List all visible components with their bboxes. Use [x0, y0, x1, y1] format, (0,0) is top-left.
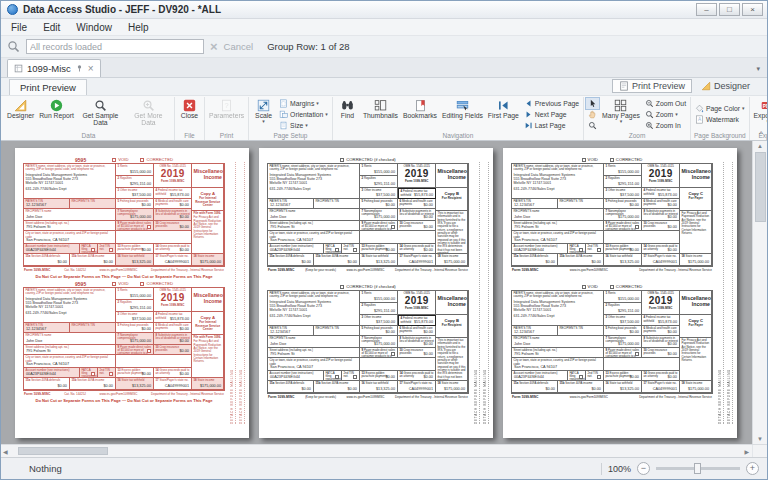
- horizontal-scroll-thumb[interactable]: [18, 447, 108, 455]
- field-value: 00A23P44SEG44: [514, 375, 544, 379]
- scroll-right-icon[interactable]: ▶: [744, 448, 749, 455]
- margins-button[interactable]: Margins▾: [277, 98, 330, 109]
- menu-bar: FileEditWindowHelp: [1, 19, 767, 36]
- horizontal-scrollbar[interactable]: ◀ ▶: [1, 444, 767, 457]
- tab-1099-misc[interactable]: 1099-Misc ×: [7, 59, 101, 77]
- scroll-left-icon[interactable]: ◀: [3, 448, 8, 455]
- zoom-button[interactable]: Zoom▾: [643, 109, 688, 120]
- box9-checkbox-icon: [635, 225, 639, 229]
- footer-department: Department of the Treasury - Internal Re…: [395, 268, 468, 272]
- field-value: 795 Folsom St: [26, 225, 50, 229]
- box-value: $0.00: [629, 203, 639, 207]
- zoom-in-button[interactable]: Zoom In: [643, 120, 688, 131]
- field-label: 2 Royalties: [362, 177, 397, 180]
- preview-page-2[interactable]: DETACH BEFORE MAILINGDETACH BEFORE MAILI…: [259, 148, 493, 438]
- close-button[interactable]: Close: [177, 97, 202, 131]
- scroll-up-icon[interactable]: ▲: [757, 141, 763, 151]
- records-search-input[interactable]: [26, 39, 204, 54]
- box-value: $0.00: [347, 260, 357, 264]
- payer-line: Melville NY 11747-5001: [26, 305, 115, 309]
- box-value: $295,151.00: [130, 306, 151, 310]
- last-page-button[interactable]: Last Page: [522, 120, 581, 131]
- box-14-attorney-cell: 14 Gross proceeds paid to an attorney$0.…: [154, 244, 192, 254]
- get-sample-data-button[interactable]: Get Sample Data: [77, 97, 124, 131]
- pin-icon[interactable]: [75, 64, 84, 73]
- first-page-button[interactable]: First Page: [486, 97, 521, 131]
- preview-area[interactable]: DETACH BEFORE MAILINGDETACH BEFORE MAILI…: [1, 141, 767, 444]
- box-value: CA049999001: [409, 260, 433, 264]
- cancel-button[interactable]: Cancel: [224, 41, 254, 52]
- field-value: 00A23P44SEG44: [514, 248, 544, 252]
- tab-list-dropdown-icon[interactable]: ▾: [756, 65, 760, 73]
- box-label: Royalties: [120, 300, 132, 304]
- form-number: Form 1099-MISC: [156, 179, 191, 183]
- zoom-slider-thumb[interactable]: [694, 463, 701, 474]
- scale-button[interactable]: Scale▾: [251, 97, 276, 131]
- footer-form-name: Form 1099-MISC: [268, 395, 295, 399]
- vertical-scrollbar[interactable]: ▲ ▼: [752, 141, 767, 444]
- close-tab-icon[interactable]: ×: [88, 64, 94, 74]
- ribbon-tab-print-preview[interactable]: Print Preview: [9, 79, 87, 95]
- page-color-button[interactable]: Page Color▾: [693, 103, 747, 114]
- payer-tin-cell: PAYER'S TIN12-1234567: [24, 199, 70, 209]
- menu-item-window[interactable]: Window: [68, 21, 120, 34]
- box-value: $0.00: [423, 352, 433, 356]
- zoom-out-button[interactable]: −: [637, 462, 650, 475]
- field-label: RECIPIENT'S name: [26, 210, 115, 213]
- zoom-slider[interactable]: [656, 467, 740, 470]
- box-18-state-income-cell: 18 State income$175,000.00: [192, 378, 224, 390]
- field-value: John Doe: [270, 215, 286, 219]
- field-label: RECIPIENT'S name: [514, 210, 603, 213]
- vertical-scroll-thumb[interactable]: [755, 152, 766, 222]
- preview-page-3[interactable]: DETACH BEFORE MAILINGDETACH BEFORE MAILI…: [503, 148, 737, 438]
- city-cell: City or town, state or province, country…: [512, 231, 604, 243]
- menu-item-file[interactable]: File: [3, 21, 35, 34]
- magnifier-tool-button[interactable]: [586, 120, 599, 131]
- many-pages-button[interactable]: Many Pages▾: [600, 97, 642, 131]
- privacy-notice-cell: For Privacy Act and Paperwork Reduction …: [680, 211, 712, 254]
- menu-item-edit[interactable]: Edit: [35, 21, 68, 34]
- close-window-button[interactable]: ×: [742, 3, 763, 16]
- box-number: 16: [606, 381, 609, 385]
- size-button[interactable]: Size▾: [277, 120, 330, 131]
- box-number: 16: [606, 254, 609, 258]
- orientation-button[interactable]: Orientation▾: [277, 109, 330, 120]
- next-page-button[interactable]: Next Page: [522, 109, 581, 120]
- box-value: $0.00: [347, 387, 357, 391]
- scroll-down-icon[interactable]: ▼: [757, 434, 763, 444]
- editing-fields-button[interactable]: Editing Fields: [440, 97, 485, 131]
- box-value: $175,000.00: [130, 215, 151, 219]
- box-4-fed-tax-cell: 4 Federal income tax withheld$55,873.00: [642, 188, 680, 198]
- ribbon-collapse-icon[interactable]: ^: [759, 130, 763, 138]
- title-line-2: Income: [682, 301, 711, 307]
- thumbnails-button[interactable]: Thumbnails: [361, 97, 400, 131]
- pointer-button[interactable]: [586, 98, 599, 109]
- zoom-out-button[interactable]: Zoom Out: [643, 98, 688, 109]
- zoom-in-button[interactable]: +: [746, 462, 759, 475]
- payer-line: Melville NY 11747-5001: [514, 181, 603, 185]
- bookmarks-button[interactable]: Bookmarks: [401, 97, 439, 131]
- previous-page-button[interactable]: Previous Page: [522, 98, 581, 109]
- form-header: 9595VOIDCORRECTED: [23, 156, 225, 163]
- form-footer: Form 1099-MISCwww.irs.gov/Form1099MISCDe…: [511, 267, 713, 273]
- view-toggle-print-preview[interactable]: Print Preview: [612, 79, 692, 93]
- second-tin-checkbox-icon: [353, 248, 357, 252]
- box-label: State income: [198, 378, 215, 382]
- title-line-2: Income: [438, 301, 467, 307]
- form-1099-misc: VOIDCORRECTEDPAYER'S name, street addres…: [511, 156, 713, 273]
- minimize-button[interactable]: –: [696, 3, 717, 16]
- run-report-button[interactable]: Run Report: [37, 97, 76, 131]
- preview-page-1[interactable]: DETACH BEFORE MAILINGDETACH BEFORE MAILI…: [15, 148, 249, 438]
- designer-button[interactable]: Designer: [5, 97, 36, 131]
- view-toggle-designer[interactable]: Designer: [694, 79, 757, 93]
- ribbon-group-page-background: Page Color▾AWatermarkPage Background: [691, 97, 750, 140]
- menu-item-help[interactable]: Help: [120, 21, 157, 34]
- maximize-button[interactable]: □: [719, 3, 740, 16]
- field-value: John Doe: [514, 215, 530, 219]
- designer-icon: [14, 98, 27, 112]
- find-button[interactable]: Find: [335, 97, 360, 131]
- watermark-button[interactable]: AWatermark: [693, 114, 747, 125]
- box-label: Section 409A deferrals: [31, 254, 60, 258]
- hand-tool-button[interactable]: [586, 109, 599, 120]
- export-to-button[interactable]: PDFExport To▾: [752, 97, 767, 131]
